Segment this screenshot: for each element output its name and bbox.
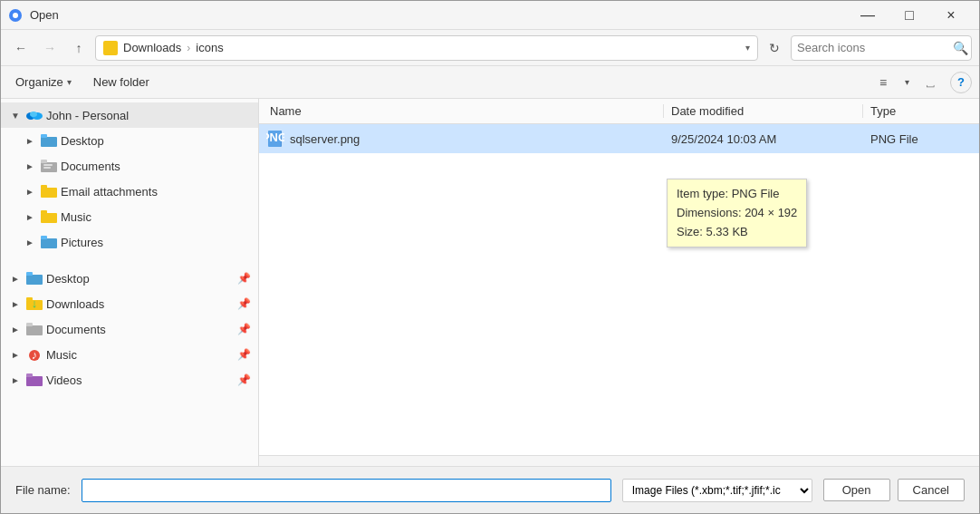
footer: File name: Image Files (*.xbm;*.tif;*.jf… xyxy=(1,466,979,513)
sidebar-item-music[interactable]: ► Music xyxy=(1,204,258,229)
sidebar-label-music: Music xyxy=(61,210,251,224)
pinned-videos-icon xyxy=(26,373,43,386)
expand-icon-pictures: ► xyxy=(23,235,37,249)
breadcrumb-folder2: icons xyxy=(196,41,223,54)
sidebar-label-p-downloads: Downloads xyxy=(46,297,237,311)
pin-icon-videos: 📌 xyxy=(237,373,251,386)
organize-dropdown-icon: ▾ xyxy=(67,77,72,87)
svg-rect-16 xyxy=(41,238,57,248)
expand-icon: ▼ xyxy=(8,108,23,122)
expand-icon-music: ► xyxy=(23,209,37,224)
file-type-dropdown[interactable]: Image Files (*.xbm;*.tif;*.jfif;*.ic xyxy=(622,479,812,502)
file-list: Name Date modified Type PNG sqlserver.pn… xyxy=(259,99,979,466)
minimize-button[interactable]: — xyxy=(847,1,889,30)
folder-music-icon xyxy=(41,210,57,223)
folder-desktop-icon xyxy=(41,134,57,147)
sidebar: ▼ John - Personal ► Desktop xyxy=(1,99,259,466)
view-dropdown-button[interactable]: ▾ xyxy=(898,70,916,95)
file-list-body: PNG sqlserver.png 9/25/2024 10:03 AM PNG… xyxy=(259,124,979,455)
svg-rect-7 xyxy=(41,134,47,138)
sidebar-item-desktop[interactable]: ► Desktop xyxy=(1,128,258,153)
refresh-button[interactable]: ↻ xyxy=(762,35,787,61)
sidebar-pinned-documents[interactable]: ► Documents 📌 xyxy=(1,316,258,342)
folder-documents-icon xyxy=(41,160,57,172)
svg-rect-27 xyxy=(26,376,43,386)
forward-button[interactable]: → xyxy=(37,35,62,61)
svg-rect-28 xyxy=(26,373,33,377)
cancel-button[interactable]: Cancel xyxy=(898,479,965,501)
svg-rect-14 xyxy=(41,213,57,223)
help-button[interactable]: ? xyxy=(950,72,972,93)
chrome-icon xyxy=(8,8,23,23)
pin-icon-music: 📌 xyxy=(237,348,251,361)
new-folder-button[interactable]: New folder xyxy=(86,72,157,92)
svg-text:PNG: PNG xyxy=(266,131,284,144)
file-row-sqlserver[interactable]: PNG sqlserver.png 9/25/2024 10:03 AM PNG… xyxy=(259,124,979,153)
sidebar-label-documents: Documents xyxy=(61,160,251,173)
back-button[interactable]: ← xyxy=(8,35,34,61)
sidebar-item-email-attachments[interactable]: ► Email attachments xyxy=(1,179,258,204)
file-name-sqlserver: sqlserver.png xyxy=(290,132,664,146)
horizontal-scrollbar[interactable] xyxy=(259,455,979,466)
svg-text:↓: ↓ xyxy=(32,297,38,310)
sidebar-pinned-music[interactable]: ► ♪ Music 📌 xyxy=(1,342,258,367)
view-controls: ≡ ▾ ⎵ xyxy=(870,70,943,95)
address-bar[interactable]: Downloads › icons ▾ xyxy=(95,35,758,61)
breadcrumb-folder1: Downloads xyxy=(123,41,181,54)
svg-rect-19 xyxy=(26,272,33,276)
svg-text:♪: ♪ xyxy=(32,348,38,361)
sidebar-label-p-music: Music xyxy=(46,348,237,362)
folder-pictures-icon xyxy=(41,236,57,248)
column-date[interactable]: Date modified xyxy=(664,104,863,118)
file-type-sqlserver: PNG File xyxy=(863,132,972,146)
sidebar-label-john-personal: John - Personal xyxy=(46,109,251,122)
column-name[interactable]: Name xyxy=(266,104,664,118)
window-title: Open xyxy=(30,8,59,22)
svg-rect-23 xyxy=(26,325,43,335)
folder-icon xyxy=(103,41,118,55)
svg-rect-15 xyxy=(41,210,47,214)
file-date-sqlserver: 9/25/2024 10:03 AM xyxy=(664,132,863,146)
view-list-button[interactable]: ≡ xyxy=(870,70,896,95)
sidebar-label-p-videos: Videos xyxy=(46,373,237,387)
sidebar-item-documents[interactable]: ► Documents xyxy=(1,153,258,179)
expand-icon-p-music: ► xyxy=(8,347,23,362)
svg-rect-10 xyxy=(43,164,53,166)
sidebar-label-pictures: Pictures xyxy=(61,236,251,249)
title-bar: Open — □ × xyxy=(1,1,979,30)
tooltip-size: Size: 5.33 KB xyxy=(677,223,797,242)
sidebar-pinned-downloads[interactable]: ► ↓ Downloads 📌 xyxy=(1,291,258,316)
expand-icon-p-documents: ► xyxy=(8,322,23,336)
column-type[interactable]: Type xyxy=(863,104,972,118)
pin-icon-downloads: 📌 xyxy=(237,297,251,310)
pinned-music-icon: ♪ xyxy=(26,348,43,361)
file-name-input[interactable] xyxy=(82,479,611,502)
expand-icon-desktop: ► xyxy=(23,133,37,148)
breadcrumb-sep1: › xyxy=(187,42,190,54)
onedrive-icon xyxy=(26,110,43,121)
close-button[interactable]: × xyxy=(930,1,972,30)
up-button[interactable]: ↑ xyxy=(66,35,91,61)
tooltip-dimensions: Dimensions: 204 × 192 xyxy=(677,204,797,223)
search-icon[interactable]: 🔍 xyxy=(953,41,968,55)
search-box: 🔍 xyxy=(791,35,972,61)
open-button[interactable]: Open xyxy=(823,479,890,501)
sidebar-item-john-personal[interactable]: ▼ John - Personal xyxy=(1,102,258,128)
preview-pane-button[interactable]: ⎵ xyxy=(918,70,943,95)
expand-icon-documents: ► xyxy=(23,159,37,173)
sidebar-divider xyxy=(1,255,258,266)
svg-rect-13 xyxy=(41,185,47,189)
sidebar-pinned-desktop[interactable]: ► Desktop 📌 xyxy=(1,266,258,291)
expand-icon-p-downloads: ► xyxy=(8,296,23,311)
expand-icon-p-videos: ► xyxy=(8,373,23,387)
pin-icon-desktop: 📌 xyxy=(237,272,251,285)
sidebar-item-pictures[interactable]: ► Pictures xyxy=(1,229,258,255)
sidebar-label-desktop: Desktop xyxy=(61,134,251,148)
address-dropdown-button[interactable]: ▾ xyxy=(745,43,750,53)
png-file-icon: PNG xyxy=(266,130,284,148)
organize-button[interactable]: Organize ▾ xyxy=(8,72,79,92)
main-content: ▼ John - Personal ► Desktop xyxy=(1,99,979,466)
search-input[interactable] xyxy=(797,41,949,54)
sidebar-pinned-videos[interactable]: ► Videos 📌 xyxy=(1,367,258,393)
maximize-button[interactable]: □ xyxy=(889,1,930,30)
